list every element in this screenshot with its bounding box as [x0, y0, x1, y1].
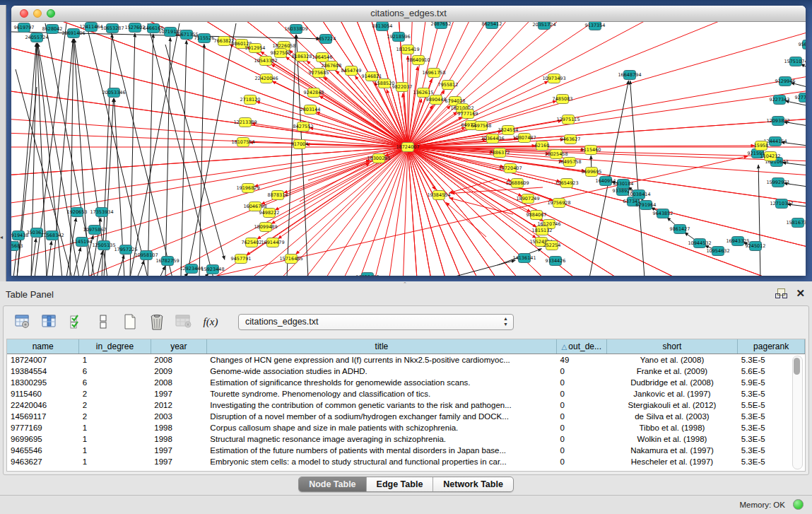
table-row[interactable]: 969969511998Structural magnetic resonanc…: [7, 433, 805, 445]
cell-in-degree[interactable]: 2: [79, 411, 151, 422]
graph-node[interactable]: 5912954: [245, 44, 266, 53]
graph-node[interactable]: 24055724: [25, 33, 48, 42]
graph-node[interactable]: 16033809: [284, 25, 307, 34]
graph-node[interactable]: 19218596: [387, 33, 410, 42]
cell-out-de-[interactable]: 0: [556, 422, 606, 433]
tab-edge-table[interactable]: Edge Table: [367, 477, 434, 491]
graph-node[interactable]: 9561374: [799, 40, 806, 49]
graph-node[interactable]: 20351724: [532, 22, 555, 30]
graph-node[interactable]: 917004: [291, 140, 309, 149]
graph-node[interactable]: 7625402: [242, 238, 262, 247]
cell-short[interactable]: Jankovic et al. (1997): [606, 388, 738, 399]
trash-icon[interactable]: [148, 312, 166, 332]
graph-node[interactable]: 15720407: [498, 164, 522, 173]
cell-out-de-[interactable]: 0: [556, 456, 606, 467]
graph-node[interactable]: 15816734: [786, 218, 806, 228]
table-row[interactable]: 1938455462009Genome-wide association stu…: [7, 366, 805, 377]
cell-in-degree[interactable]: 6: [79, 377, 151, 388]
cell-short[interactable]: Wolkin et al. (1998): [606, 433, 738, 445]
cell-title[interactable]: Tourette syndrome. Phenomenology and cla…: [206, 388, 556, 399]
graph-node[interactable]: 2803144: [300, 105, 321, 115]
function-icon[interactable]: f(x): [201, 312, 220, 332]
graph-node[interactable]: 9890448: [426, 95, 447, 105]
graph-node[interactable]: 9457791: [231, 255, 252, 264]
graph-node[interactable]: 8830184: [613, 180, 634, 189]
graph-node[interactable]: 10688609: [505, 179, 529, 188]
graph-node[interactable]: 20691406: [61, 29, 85, 38]
new-file-icon[interactable]: [121, 312, 139, 332]
graph-node[interactable]: 19196829: [236, 184, 259, 193]
graph-node[interactable]: 7515526: [194, 34, 215, 43]
cell-year[interactable]: 2003: [151, 411, 206, 422]
cell-short[interactable]: de Silva et al. (2003): [606, 411, 738, 422]
graph-node[interactable]: 7857224: [316, 35, 336, 44]
column-header-title[interactable]: title: [206, 339, 556, 354]
graph-node[interactable]: 19384554: [427, 191, 450, 200]
table-scrollbar-thumb[interactable]: [794, 358, 800, 375]
graph-node[interactable]: 9498222: [259, 209, 280, 218]
graph-node[interactable]: 7955812: [438, 81, 459, 90]
table-row[interactable]: 946554611997Estimation of the future num…: [7, 445, 805, 456]
graph-node[interactable]: 16495758: [558, 158, 581, 167]
graph-node[interactable]: 8625412: [482, 22, 502, 29]
cell-year[interactable]: 1997: [151, 388, 206, 399]
cell-title[interactable]: Structural magnetic resonance image aver…: [206, 433, 556, 445]
cell-name[interactable]: 9777169: [7, 422, 79, 433]
cell-short[interactable]: Tibbo et al. (1998): [606, 422, 738, 433]
graph-node[interactable]: 15716485: [279, 255, 302, 264]
graph-node[interactable]: 252254: [543, 241, 561, 250]
graph-node[interactable]: 62160: [535, 141, 550, 151]
cell-title[interactable]: Disruption of a novel member of a sodium…: [206, 411, 556, 422]
cell-title[interactable]: Changes of HCN gene expression and I(f) …: [206, 354, 556, 366]
graph-node[interactable]: 9822037: [392, 83, 413, 92]
tab-node-table[interactable]: Node Table: [299, 477, 366, 491]
graph-node[interactable]: 16782759: [155, 257, 179, 266]
cell-out-de-[interactable]: 0: [556, 445, 606, 456]
graph-node[interactable]: 15992971: [766, 178, 789, 187]
citation-graph[interactable]: 9619797240557248628042206914061241146410…: [11, 22, 806, 276]
graph-node[interactable]: 15923448: [201, 265, 224, 274]
graph-node[interactable]: 1527602: [125, 23, 146, 33]
cell-in-degree[interactable]: 1: [79, 433, 151, 445]
cell-name[interactable]: 22420046: [7, 399, 79, 411]
graph-node[interactable]: 16914479: [261, 238, 284, 247]
graph-node[interactable]: 9227343: [770, 95, 790, 105]
cell-in-degree[interactable]: 1: [79, 422, 151, 433]
cell-name[interactable]: 14569117: [7, 411, 79, 422]
cell-name[interactable]: 18300295: [7, 377, 79, 388]
graph-node[interactable]: 16923412: [355, 273, 379, 276]
graph-node[interactable]: 10653287: [100, 24, 124, 33]
graph-node[interactable]: 9137354: [585, 22, 606, 30]
graph-node[interactable]: 20053346: [102, 88, 125, 98]
cell-out-de-[interactable]: 0: [556, 388, 606, 399]
graph-node[interactable]: 19756928: [547, 199, 570, 208]
table-scrollbar[interactable]: [792, 356, 803, 469]
graph-node[interactable]: 17353934: [90, 208, 113, 217]
cell-in-degree[interactable]: 6: [79, 366, 151, 377]
graph-node[interactable]: 18325419: [396, 45, 419, 54]
graph-node[interactable]: 9699695: [582, 168, 602, 177]
cell-year[interactable]: 1997: [151, 456, 206, 467]
collapsed-side-panel[interactable]: ◂: [0, 5, 6, 281]
cell-name[interactable]: 9465546: [7, 445, 79, 456]
graph-node[interactable]: 12975115: [556, 115, 579, 124]
table-row[interactable]: 2242004622012Investigating the contribut…: [7, 399, 805, 411]
delete-table-icon[interactable]: [175, 312, 193, 332]
graph-node[interactable]: 18107554: [231, 138, 254, 147]
graph-node[interactable]: 1964546: [312, 53, 333, 62]
graph-node[interactable]: 9815683: [11, 242, 23, 251]
table-row[interactable]: 1456911722003Disruption of a novel membe…: [7, 411, 805, 422]
table-row[interactable]: 946362711997Embryonic stem cells: a mode…: [7, 456, 805, 467]
cell-out-de-[interactable]: 0: [556, 399, 606, 411]
cell-in-degree[interactable]: 1: [79, 354, 151, 366]
graph-node[interactable]: 9884067: [526, 211, 547, 220]
graph-node[interactable]: 9619797: [14, 23, 35, 33]
cell-name[interactable]: 18724007: [7, 354, 79, 366]
row-cells-icon[interactable]: [94, 312, 112, 332]
cell-short[interactable]: Stergiakouli et al. (2012): [606, 399, 738, 411]
table-selector-dropdown[interactable]: citations_edges.txt ▲▼: [238, 314, 514, 330]
table-settings-icon[interactable]: [13, 312, 32, 332]
graph-node[interactable]: 1920653: [67, 208, 88, 217]
cell-title[interactable]: Corpus callosum shape and size in male p…: [206, 422, 556, 433]
graph-node[interactable]: 18640910: [406, 56, 430, 65]
